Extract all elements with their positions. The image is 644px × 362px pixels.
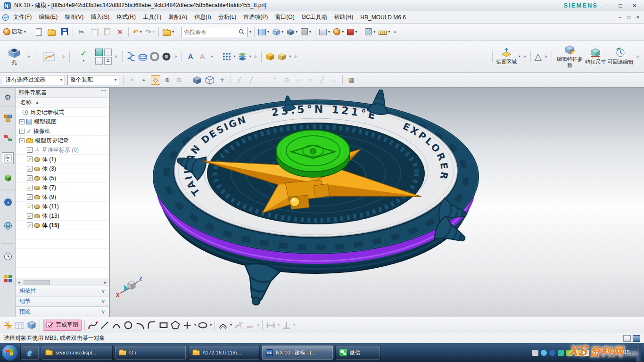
snap-arc-center-icon[interactable]: ⌃ — [270, 75, 280, 85]
ime-keyboard-icon[interactable] — [623, 335, 631, 342]
menu-window[interactable]: 窗口(O) — [272, 11, 297, 23]
view-orient-button[interactable]: ▾ — [272, 26, 284, 38]
menu-format[interactable]: 格式(R) — [113, 11, 139, 23]
close-button[interactable]: ✕ — [629, 1, 640, 10]
menu-information[interactable]: 信息(I) — [191, 11, 214, 23]
tree-item-body-3[interactable]: ✓ 体 (3) — [16, 164, 109, 173]
feature-dimensions-button[interactable]: 特征尺寸 — [585, 48, 606, 65]
edit-feature-params-button[interactable]: 编辑特征参数 — [555, 45, 584, 68]
snap-face-icon[interactable]: ⌔ — [329, 75, 339, 85]
tray-printer-icon[interactable] — [532, 350, 538, 356]
sketch-button[interactable] — [39, 51, 59, 62]
snap-endpoint-icon[interactable]: ╱ — [235, 75, 244, 85]
checkbox-checked-icon[interactable]: ✓ — [27, 156, 33, 162]
expression-icon[interactable]: = — [104, 57, 112, 65]
unite-icon[interactable] — [265, 51, 275, 62]
tray-sync-icon[interactable] — [541, 350, 547, 356]
dimension-icon[interactable] — [265, 320, 276, 330]
chevron-down-icon[interactable]: ▾ — [249, 54, 251, 58]
undo-button[interactable]: ↶▾ — [132, 26, 143, 38]
save-button[interactable] — [58, 26, 70, 38]
checkbox-checked-icon[interactable]: ✓ — [27, 147, 33, 153]
spring-icon[interactable] — [126, 51, 136, 62]
tree-item-datum-csys[interactable]: ✓ 基准坐标系 (0) — [16, 145, 109, 155]
checkbox-checked-icon[interactable]: ✓ — [27, 166, 33, 172]
circle-icon[interactable] — [123, 320, 133, 330]
history-clock-icon[interactable] — [2, 250, 14, 262]
tray-app-icon[interactable] — [549, 350, 555, 356]
snap-wcs-icon[interactable]: ✛ — [217, 75, 227, 85]
menu-file[interactable]: 文件(F) — [10, 11, 35, 23]
redo-button[interactable]: ↷▾ — [144, 26, 156, 38]
group-overflow-icon[interactable]: » — [292, 54, 298, 59]
green-cap[interactable] — [276, 130, 350, 177]
constraint-navigator-icon[interactable] — [2, 132, 14, 144]
section-view-button[interactable]: ▾ — [364, 26, 376, 38]
tire-icon[interactable] — [161, 51, 172, 62]
tray-security-icon[interactable] — [566, 350, 572, 356]
datum-plane-icon[interactable] — [95, 49, 103, 56]
paste-button[interactable] — [101, 26, 113, 38]
model-canvas[interactable]: TAIWAN DESIGN 23.5°N 121°E EXPLORER — [110, 88, 644, 317]
tree-item-body-7[interactable]: ✓ 体 (7) — [16, 183, 109, 192]
menu-preferences[interactable]: 首选项(P) — [240, 11, 271, 23]
checkbox-checked-icon[interactable]: ✓ — [27, 175, 33, 181]
expand-icon[interactable]: + — [19, 129, 25, 134]
panel-pin-icon[interactable] — [101, 90, 106, 95]
window-layout-button[interactable]: ▾ — [257, 26, 270, 38]
arc-3pt-icon[interactable] — [135, 320, 145, 330]
tree-item-body-9[interactable]: ✓ 体 (9) — [16, 192, 109, 202]
snap-existing-point-icon[interactable]: ○ — [294, 75, 303, 85]
snap-midpoint-icon[interactable]: ╱ — [247, 75, 256, 85]
group-overflow-icon[interactable]: » — [26, 54, 32, 59]
tray-network-icon[interactable] — [592, 350, 598, 356]
chevron-down-icon[interactable]: ▾ — [293, 323, 295, 327]
snap-magnet-icon[interactable]: ⌁ — [139, 75, 149, 85]
polygon-icon[interactable] — [170, 320, 181, 330]
chevron-down-icon[interactable]: ▾ — [194, 323, 196, 327]
checkbox-checked-icon[interactable]: ✓ — [27, 204, 33, 209]
wireframe-cube-icon[interactable] — [205, 75, 215, 85]
finish-sketch-button[interactable]: 完成草图 — [43, 320, 82, 331]
fillet-icon[interactable] — [147, 320, 157, 330]
new-file-button[interactable] — [33, 26, 44, 38]
search-icon[interactable] — [239, 29, 245, 35]
extend-icon[interactable] — [245, 320, 256, 330]
group-overflow-icon[interactable]: » — [209, 54, 215, 59]
tree-item-model-views[interactable]: + 模型视图 — [16, 117, 109, 126]
graphics-window[interactable]: TAIWAN DESIGN 23.5°N 121°E EXPLORER — [110, 88, 644, 317]
name-column-header[interactable]: 名称 ▲ — [16, 98, 109, 107]
minimize-button[interactable]: – — [601, 1, 612, 10]
tree-item-cameras[interactable]: + ✓ 摄像机 — [16, 126, 109, 136]
menu-assemblies[interactable]: 装配(A) — [165, 11, 190, 23]
taskbar-clock[interactable]: 2019/10/15 — [600, 349, 634, 356]
language-bar-icon[interactable] — [633, 335, 640, 342]
copy-button[interactable] — [89, 26, 100, 38]
section-details[interactable]: 细节 ∨ — [16, 296, 109, 306]
snap-quadrant-icon[interactable]: ⊙ — [282, 75, 291, 85]
chevron-down-icon[interactable]: ▾ — [234, 54, 236, 58]
chevron-down-icon[interactable]: ▾ — [519, 54, 520, 58]
reattach-sketch-icon[interactable] — [15, 320, 25, 330]
hole-button[interactable]: 孔 — [4, 47, 25, 66]
group-overflow-icon[interactable]: » — [543, 54, 549, 59]
group-overflow-icon[interactable]: » — [253, 54, 258, 59]
taskbar-window-wechat[interactable]: 微信 — [335, 345, 380, 360]
start-button[interactable] — [1, 344, 18, 361]
group-overflow-icon[interactable]: » — [522, 54, 528, 59]
menu-edit[interactable]: 编辑(E) — [35, 11, 61, 23]
scroll-left-icon[interactable]: ◂ — [16, 280, 23, 285]
snap-slash-icon[interactable]: ╱ — [317, 75, 327, 85]
constraint-perpendicular-icon[interactable] — [281, 320, 291, 330]
ellipse-icon[interactable] — [198, 320, 208, 330]
checkbox-checked-icon[interactable]: ✓ — [27, 185, 33, 190]
selection-scope-combo[interactable]: 整个装配 ▾ — [67, 75, 119, 85]
part-navigator-icon[interactable] — [2, 152, 14, 164]
trim-icon[interactable] — [233, 320, 244, 330]
offset-curve-icon[interactable] — [218, 320, 228, 330]
menu-tools[interactable]: 工具(T) — [140, 11, 165, 23]
roles-gear-icon[interactable]: ⚙ — [2, 91, 14, 103]
ring-icon[interactable] — [149, 51, 160, 62]
subtract-icon[interactable] — [277, 51, 287, 62]
section-dependencies[interactable]: 相依性 ∨ — [16, 286, 109, 296]
